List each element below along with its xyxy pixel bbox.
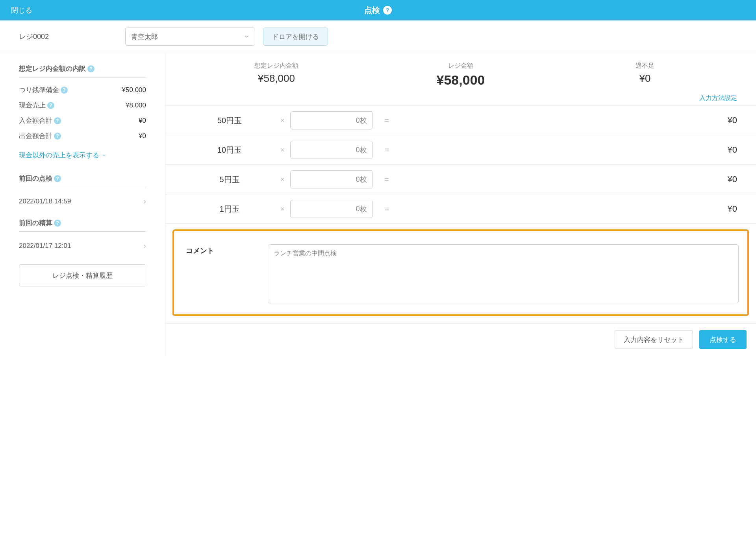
- equals-symbol: =: [373, 116, 401, 125]
- times-symbol: ×: [275, 175, 290, 184]
- comment-section: コメント: [172, 229, 749, 316]
- denom-name: 10円玉: [184, 145, 275, 155]
- help-icon[interactable]: ?: [61, 87, 68, 94]
- comment-textarea[interactable]: [268, 244, 739, 303]
- footer-actions: 入力内容をリセット 点検する: [165, 323, 756, 355]
- equals-symbol: =: [373, 146, 401, 155]
- app-header: 閉じる 点検 ?: [0, 0, 756, 20]
- page-title-text: 点検: [364, 5, 380, 16]
- help-icon[interactable]: ?: [54, 175, 61, 182]
- denom-name: 50円玉: [184, 115, 275, 126]
- equals-symbol: =: [373, 175, 401, 184]
- input-settings-link[interactable]: 入力方法設定: [699, 94, 737, 101]
- denom-count-input[interactable]: [290, 111, 373, 129]
- denomination-table: 50円玉 × = ¥0 10円玉 × = ¥0 5円玉 × = ¥0: [165, 105, 756, 224]
- denom-total: ¥0: [401, 204, 737, 214]
- denom-count-input[interactable]: [290, 170, 373, 188]
- comment-label: コメント: [186, 244, 257, 255]
- breakdown-row: 出金額合計? ¥0: [19, 128, 146, 144]
- times-symbol: ×: [275, 205, 290, 213]
- help-icon[interactable]: ?: [47, 102, 54, 109]
- last-check-title: 前回の点検 ?: [19, 174, 146, 183]
- sidebar: 想定レジ内金額の内訳 ? つり銭準備金? ¥50,000 現金売上? ¥8,00…: [0, 53, 165, 355]
- breakdown-title: 想定レジ内金額の内訳 ?: [19, 64, 146, 73]
- chevron-down-icon: [244, 34, 249, 39]
- denom-count-input[interactable]: [290, 200, 373, 218]
- denomination-row: 10円玉 × = ¥0: [165, 135, 756, 165]
- denom-name: 1円玉: [184, 204, 275, 214]
- topbar: レジ0002 青空太郎 ドロアを開ける: [0, 20, 756, 53]
- close-button[interactable]: 閉じる: [0, 6, 43, 15]
- chevron-right-icon: ›: [143, 241, 146, 250]
- denom-total: ¥0: [401, 174, 737, 185]
- diff-label: 過不足: [553, 62, 737, 70]
- page-title: 点検 ?: [364, 5, 392, 16]
- history-button[interactable]: レジ点検・精算履歴: [19, 264, 146, 286]
- denom-count-input[interactable]: [290, 141, 373, 159]
- reset-button[interactable]: 入力内容をリセット: [615, 330, 693, 349]
- denomination-row: 1円玉 × = ¥0: [165, 194, 756, 224]
- staff-select-value: 青空太郎: [131, 32, 158, 41]
- last-check-row[interactable]: 2022/01/18 14:59 ›: [19, 192, 146, 210]
- diff-value: ¥0: [553, 72, 737, 85]
- register-name: レジ0002: [19, 32, 117, 41]
- denom-total: ¥0: [401, 115, 737, 126]
- submit-button[interactable]: 点検する: [699, 330, 747, 349]
- help-icon[interactable]: ?: [383, 6, 392, 15]
- staff-select[interactable]: 青空太郎: [125, 28, 255, 46]
- denomination-row: 50円玉 × = ¥0: [165, 106, 756, 135]
- divider: [19, 77, 146, 78]
- input-settings-wrap: 入力方法設定: [165, 92, 756, 105]
- breakdown-row: つり銭準備金? ¥50,000: [19, 82, 146, 98]
- expected-label: 想定レジ内金額: [184, 62, 369, 70]
- divider: [19, 231, 146, 232]
- help-icon[interactable]: ?: [54, 133, 61, 140]
- expected-value: ¥58,000: [184, 72, 369, 85]
- breakdown-row: 現金売上? ¥8,000: [19, 98, 146, 113]
- breakdown-row: 入金額合計? ¥0: [19, 113, 146, 128]
- equals-symbol: =: [373, 205, 401, 214]
- last-settle-row[interactable]: 2022/01/17 12:01 ›: [19, 236, 146, 255]
- denom-name: 5円玉: [184, 174, 275, 185]
- help-icon[interactable]: ?: [54, 220, 61, 227]
- last-settle-title: 前回の精算 ?: [19, 218, 146, 227]
- denomination-row: 5円玉 × = ¥0: [165, 165, 756, 194]
- open-drawer-button[interactable]: ドロアを開ける: [263, 28, 328, 46]
- help-icon[interactable]: ?: [87, 65, 94, 72]
- actual-value: ¥58,000: [369, 72, 553, 88]
- denom-total: ¥0: [401, 145, 737, 155]
- chevron-up-icon: [102, 153, 106, 158]
- times-symbol: ×: [275, 116, 290, 125]
- show-noncash-link[interactable]: 現金以外の売上を表示する: [19, 151, 146, 160]
- actual-label: レジ金額: [369, 62, 553, 70]
- help-icon[interactable]: ?: [54, 117, 61, 124]
- summary-row: 想定レジ内金額 ¥58,000 レジ金額 ¥58,000 過不足 ¥0: [165, 53, 756, 92]
- chevron-right-icon: ›: [143, 197, 146, 206]
- main-panel: 想定レジ内金額 ¥58,000 レジ金額 ¥58,000 過不足 ¥0 入力方法…: [165, 53, 756, 355]
- times-symbol: ×: [275, 146, 290, 154]
- divider: [19, 187, 146, 187]
